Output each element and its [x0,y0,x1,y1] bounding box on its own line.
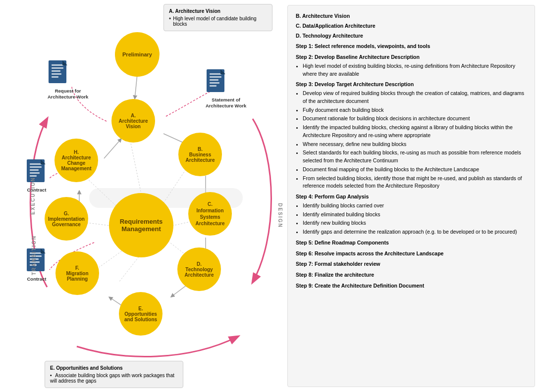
bullet-icon: • [169,16,171,22]
circle-h[interactable]: H. Architecture Change Management [54,139,98,182]
svg-rect-18 [210,73,221,75]
statement-doc-icon [206,68,227,95]
step2: Step 2: Develop Baseline Architecture De… [296,53,527,61]
contract-top-doc: Contract [26,158,48,193]
info-panel: B. Architecture Vision C. Data/Applicati… [287,5,535,387]
callout-top: A. Architecture Vision • High level mode… [163,4,272,31]
step3: Step 3: Develop Target Architecture Desc… [296,81,527,89]
circle-center[interactable]: Requirements Management [109,193,173,257]
step4-bullets: Identify building blocks carried over Id… [303,202,527,236]
statement-doc: Statement ofArchitecture Work [206,68,246,109]
svg-rect-22 [210,85,216,87]
svg-rect-37 [30,172,40,174]
request-doc: Request forArchitecture Work [48,59,88,100]
execution-label: EXECUTION [30,177,36,214]
diagram-area: A. Architecture Vision • High level mode… [0,0,287,392]
callout-bottom-title: E. Opportunities and Solutions [50,365,178,371]
step9: Step 9: Create the Architecture Definiti… [296,282,527,290]
step4: Step 4: Perform Gap Analysis [296,193,527,201]
info-line-d: D. Technology Architecture [296,32,527,40]
callout-bottom: E. Opportunities and Solutions • Associa… [45,361,183,388]
svg-rect-29 [52,73,61,75]
main-container: A. Architecture Vision • High level mode… [0,0,540,392]
step7: Step 7: Formal stakeholder review [296,260,527,268]
svg-rect-21 [210,82,219,84]
design-label: DESIGN [277,203,283,228]
circle-b[interactable]: B. Business Architecture [178,133,222,176]
step1: Step 1: Select reference models, viewpoi… [296,43,527,50]
info-line-b: B. Architecture Vision [296,12,527,20]
step2-bullets: High level model of existing building bl… [303,62,527,78]
svg-rect-27 [52,67,63,69]
contract-bottom-label: Contract [26,276,48,282]
circle-preliminary[interactable]: Preliminary [115,32,160,77]
svg-rect-20 [210,79,218,81]
circle-e[interactable]: E. Opportunities and Solutions [119,292,162,336]
circle-f[interactable]: F. Migration Planning [55,251,99,295]
step3-bullets: Develop view of required building blocks… [303,90,527,190]
svg-rect-30 [52,76,58,78]
circle-c[interactable]: C. Information Systems Architecture [188,192,232,236]
step5: Step 5: Define Roadmap Components [296,239,527,247]
contract-top-label: Contract [26,187,48,193]
circle-g[interactable]: G. Implementation Governance [45,197,88,241]
statement-label: Statement ofArchitecture Work [206,97,246,109]
step8: Step 8: Finalize the architecture [296,271,527,279]
circle-d[interactable]: D. Technology Architecture [177,247,221,291]
callout-top-item: • High level model of candidate building… [169,16,267,27]
circle-a[interactable]: A. Architecture Vision [111,99,155,143]
transition-label: TRANSITION [31,235,37,275]
svg-line-8 [104,139,121,158]
info-line-c: C. Data/Application Architecture [296,22,527,30]
step6: Step 6: Resolve impacts across the Archi… [296,250,527,258]
svg-rect-19 [210,76,221,78]
svg-rect-26 [52,64,63,66]
callout-bottom-item: • Associate building block gaps with wor… [50,373,178,384]
svg-rect-28 [52,70,60,72]
request-label: Request forArchitecture Work [48,88,88,100]
callout-top-title: A. Architecture Vision [169,8,267,14]
bullet-icon-2: • [50,373,52,378]
svg-rect-36 [30,169,39,171]
callout-top-text: High level model of candidate building b… [173,16,267,27]
callout-bottom-text: Associate building block gaps with work … [50,373,174,384]
request-doc-icon [48,59,69,86]
contract-top-icon [26,158,48,185]
svg-rect-34 [30,163,42,165]
svg-rect-35 [30,166,42,168]
